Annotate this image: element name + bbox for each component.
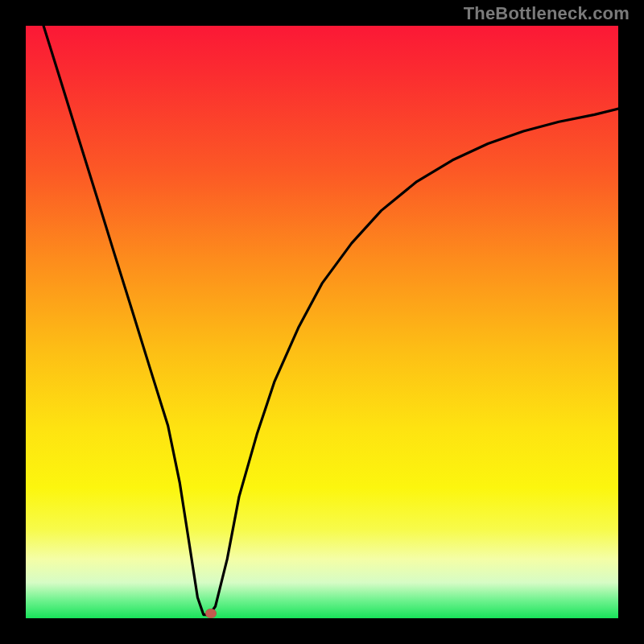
watermark-text: TheBottleneck.com <box>464 3 630 24</box>
optimum-marker <box>205 609 217 618</box>
chart-frame: TheBottleneck.com <box>0 0 644 644</box>
plot-area <box>26 26 618 618</box>
bottleneck-curve <box>26 26 618 618</box>
